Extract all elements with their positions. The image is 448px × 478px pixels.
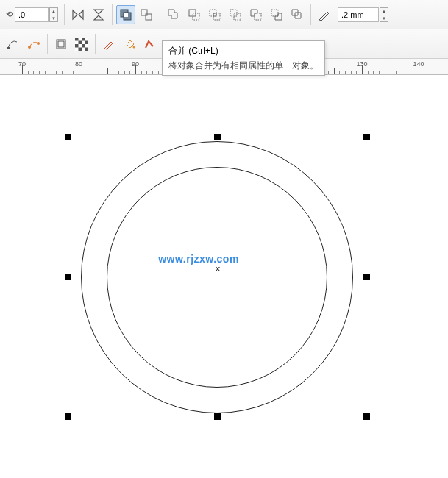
ruler-tick-minor	[396, 71, 397, 74]
combine-button[interactable]	[116, 5, 135, 24]
back-minus-front-icon	[270, 8, 283, 21]
selection-center-marker: ×	[215, 264, 220, 274]
rotation-spinner[interactable]: ▲▼	[49, 7, 58, 22]
ruler-tick-minor	[379, 71, 380, 74]
selection-handle-ml[interactable]	[65, 274, 71, 280]
separator	[95, 34, 96, 54]
ruler-tick-minor	[51, 68, 51, 74]
mirror-vertical-icon	[92, 8, 105, 21]
svg-rect-9	[213, 13, 216, 16]
svg-rect-14	[7, 47, 10, 49]
separator	[310, 4, 311, 25]
mirror-horizontal-icon	[71, 8, 85, 21]
crop-tool-button[interactable]	[51, 35, 71, 54]
separator	[160, 4, 160, 25]
svg-rect-22	[79, 40, 82, 44]
selection-handle-mr[interactable]	[363, 274, 370, 280]
trim-button[interactable]	[185, 5, 204, 24]
svg-rect-26	[79, 47, 82, 51]
selection-handle-bm[interactable]	[214, 413, 221, 420]
ruler-tick-minor	[141, 71, 142, 74]
transparency-tool-button[interactable]	[72, 35, 91, 54]
shape-tool-icon	[7, 38, 20, 51]
ruler-tick-minor	[413, 71, 413, 74]
ruler-tick-minor	[39, 71, 40, 74]
outline-tool-button[interactable]	[141, 35, 160, 54]
node-tool-button[interactable]	[24, 35, 43, 54]
checker-icon	[75, 38, 88, 51]
rotation-label: ⟲	[6, 10, 13, 19]
svg-rect-25	[82, 44, 85, 48]
ruler-tick-minor	[345, 71, 346, 74]
ruler-tick-minor	[339, 71, 340, 74]
simplify-icon	[229, 8, 242, 21]
svg-rect-23	[85, 40, 89, 44]
ruler-tick-minor	[385, 71, 385, 74]
ruler-tick-minor	[85, 71, 85, 74]
ruler-tick-minor	[334, 68, 335, 74]
ruler-tick-minor	[408, 71, 408, 74]
boundary-button[interactable]	[288, 5, 307, 24]
canvas[interactable]: www.rjzxw.com ×	[0, 75, 448, 478]
tooltip-title: 合并 (Ctrl+L)	[168, 44, 319, 57]
ruler-tick-minor	[102, 71, 102, 74]
svg-rect-3	[141, 10, 147, 15]
rotation-input[interactable]	[15, 7, 49, 22]
ruler-tick-minor	[124, 71, 125, 74]
mirror-horizontal-button[interactable]	[68, 5, 88, 24]
front-minus-back-button[interactable]	[246, 5, 266, 24]
separator	[47, 34, 48, 54]
selection-handle-bl[interactable]	[65, 413, 71, 420]
back-minus-front-button[interactable]	[267, 5, 286, 24]
eyedropper-icon	[102, 38, 115, 51]
ruler-tick-minor	[90, 71, 90, 74]
ruler-tick-minor	[158, 71, 159, 74]
selection-handle-tr[interactable]	[363, 134, 370, 140]
mirror-vertical-button[interactable]	[89, 5, 108, 24]
ruler-tick-minor	[33, 71, 34, 74]
pen-icon	[318, 8, 331, 21]
node-tool-icon	[27, 38, 40, 51]
outline-spinner[interactable]: ▲▼	[380, 7, 388, 22]
tooltip-description: 将对象合并为有相同属性的单一对象。	[168, 59, 319, 72]
crop-icon	[54, 38, 68, 51]
inner-circle[interactable]	[107, 167, 327, 388]
fill-tool-button[interactable]	[120, 35, 139, 54]
selection-handle-tl[interactable]	[65, 134, 71, 140]
break-apart-icon	[140, 8, 153, 21]
ruler-label: 130	[356, 60, 367, 68]
ruler-tick-minor	[328, 71, 329, 74]
ruler-label: 90	[132, 60, 139, 68]
ruler-tick-minor	[146, 71, 147, 74]
ruler-label: 140	[413, 60, 424, 68]
simplify-button[interactable]	[226, 5, 245, 24]
ruler-tick-minor	[152, 71, 153, 74]
ruler-label: 80	[75, 60, 82, 68]
svg-rect-24	[75, 44, 79, 48]
weld-icon	[167, 8, 180, 21]
ruler-tick-minor	[129, 71, 130, 74]
svg-rect-4	[146, 14, 152, 20]
outline-icon	[143, 38, 157, 51]
eyedropper-button[interactable]	[99, 35, 118, 54]
ruler-tick-minor	[28, 71, 29, 74]
outline-pen-button[interactable]	[315, 5, 334, 24]
outline-width-input[interactable]	[338, 7, 379, 22]
ruler-tick-minor	[56, 71, 57, 74]
ruler-tick-minor	[351, 71, 352, 74]
intersect-button[interactable]	[205, 5, 224, 24]
ruler-tick-minor	[113, 71, 113, 74]
selection-handle-br[interactable]	[363, 413, 370, 420]
front-minus-back-icon	[249, 8, 263, 21]
svg-rect-21	[82, 38, 85, 41]
break-apart-button[interactable]	[137, 5, 156, 24]
ruler-label: 70	[18, 60, 26, 68]
ruler-tick-minor	[356, 71, 357, 74]
selection-handle-tm[interactable]	[214, 134, 221, 140]
svg-rect-27	[85, 47, 89, 51]
svg-point-16	[37, 42, 40, 45]
weld-button[interactable]	[164, 5, 183, 24]
ruler-tick-minor	[62, 71, 63, 74]
bucket-icon	[123, 38, 136, 51]
shape-tool-button[interactable]	[4, 35, 23, 54]
